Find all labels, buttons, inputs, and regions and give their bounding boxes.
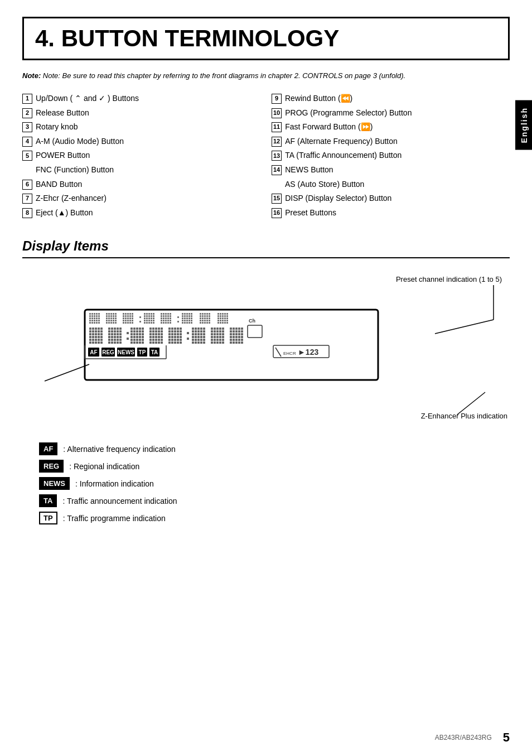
list-item: 6 BAND Button	[22, 179, 260, 190]
list-item: 10 PROG (Programme Selector) Button	[272, 108, 510, 119]
svg-rect-28	[98, 322, 100, 324]
svg-rect-400	[219, 330, 221, 333]
svg-rect-213	[89, 330, 91, 333]
svg-rect-167	[209, 315, 210, 317]
svg-rect-255	[114, 336, 116, 338]
svg-rect-432	[230, 333, 232, 335]
svg-rect-52	[113, 322, 114, 324]
svg-rect-164	[202, 315, 204, 317]
svg-rect-177	[209, 320, 210, 321]
svg-rect-367	[192, 330, 194, 333]
svg-rect-209	[92, 328, 94, 330]
svg-rect-277	[136, 330, 138, 333]
svg-rect-181	[206, 322, 208, 324]
svg-rect-138	[182, 315, 183, 317]
svg-rect-333	[177, 328, 179, 330]
svg-rect-65	[125, 317, 127, 319]
svg-rect-379	[197, 336, 200, 338]
item-text: Eject (▲) Button	[36, 208, 93, 219]
svg-rect-381	[203, 336, 205, 338]
svg-rect-190	[222, 315, 224, 317]
svg-rect-128	[165, 322, 167, 324]
svg-rect-281	[133, 333, 136, 335]
svg-rect-207	[226, 322, 228, 324]
svg-rect-77	[129, 322, 131, 324]
svg-rect-199	[220, 320, 221, 321]
ta-badge: TA	[39, 494, 57, 507]
svg-rect-175	[204, 320, 206, 321]
svg-rect-146	[188, 317, 190, 319]
svg-rect-311	[152, 333, 154, 335]
svg-rect-331	[171, 328, 173, 330]
svg-rect-240	[114, 328, 116, 330]
svg-rect-186	[224, 313, 226, 315]
svg-rect-140	[186, 315, 188, 317]
svg-rect-323	[158, 339, 160, 341]
svg-rect-96	[144, 320, 146, 321]
svg-rect-235	[95, 341, 97, 344]
item-text: Fast Forward Button (⏩)	[285, 122, 373, 133]
svg-rect-51	[110, 322, 112, 324]
svg-rect-8	[98, 313, 100, 315]
svg-rect-115	[170, 315, 171, 317]
svg-rect-418	[214, 341, 216, 344]
svg-rect-372	[192, 333, 194, 335]
svg-rect-332	[174, 328, 176, 330]
svg-rect-43	[115, 317, 117, 319]
svg-rect-377	[192, 336, 194, 338]
svg-rect-73	[132, 320, 133, 321]
svg-rect-84	[151, 313, 152, 315]
svg-rect-35	[108, 315, 110, 317]
svg-rect-378	[195, 336, 197, 338]
svg-rect-24	[89, 322, 91, 324]
svg-rect-14	[89, 317, 91, 319]
svg-rect-61	[127, 315, 129, 317]
svg-rect-127	[163, 322, 165, 324]
svg-rect-390	[200, 341, 202, 344]
svg-rect-385	[200, 339, 202, 341]
item-text: FNC (Function) Button	[36, 165, 114, 176]
svg-rect-34	[106, 315, 108, 317]
svg-rect-156	[188, 322, 190, 324]
svg-rect-59	[123, 315, 124, 317]
svg-rect-13	[98, 315, 100, 317]
svg-rect-305	[149, 330, 152, 333]
svg-rect-211	[98, 328, 100, 330]
svg-rect-152	[191, 320, 192, 321]
svg-rect-270	[130, 328, 133, 330]
svg-rect-414	[216, 339, 219, 341]
svg-rect-343	[177, 333, 179, 335]
svg-rect-145	[186, 317, 188, 319]
svg-rect-446	[241, 339, 243, 341]
svg-rect-373	[195, 333, 197, 335]
svg-rect-40	[108, 317, 110, 319]
ta-legend-text: : Traffic announcement indication	[62, 497, 177, 505]
svg-rect-382	[192, 339, 194, 341]
list-item: 12 AF (Alternate Frequency) Button	[272, 136, 510, 147]
svg-rect-443	[233, 339, 235, 341]
svg-rect-20	[91, 320, 93, 321]
item-text: Up/Down ( ⌃ and ✓ ) Buttons	[36, 93, 139, 104]
svg-rect-91	[144, 317, 146, 319]
svg-rect-95	[153, 317, 154, 319]
page-title: 4. BUTTON TERMINOLOGY	[22, 17, 510, 60]
svg-rect-291	[133, 339, 136, 341]
svg-rect-376	[203, 333, 205, 335]
svg-rect-336	[171, 330, 173, 333]
svg-rect-66	[127, 317, 129, 319]
svg-rect-102	[146, 322, 148, 324]
svg-rect-124	[167, 320, 169, 321]
svg-rect-370	[200, 330, 202, 333]
svg-rect-72	[129, 320, 131, 321]
svg-rect-426	[241, 328, 243, 330]
svg-rect-85	[153, 313, 154, 315]
svg-rect-237	[100, 341, 103, 344]
svg-rect-10	[91, 315, 93, 317]
svg-rect-87	[146, 315, 148, 317]
svg-rect-409	[216, 336, 219, 338]
svg-rect-90	[153, 315, 154, 317]
svg-rect-107	[163, 313, 165, 315]
page-container: English 4. BUTTON TERMINOLOGY Note: Note…	[0, 0, 532, 756]
svg-rect-151	[188, 320, 190, 321]
left-arrow-svg	[33, 353, 100, 387]
